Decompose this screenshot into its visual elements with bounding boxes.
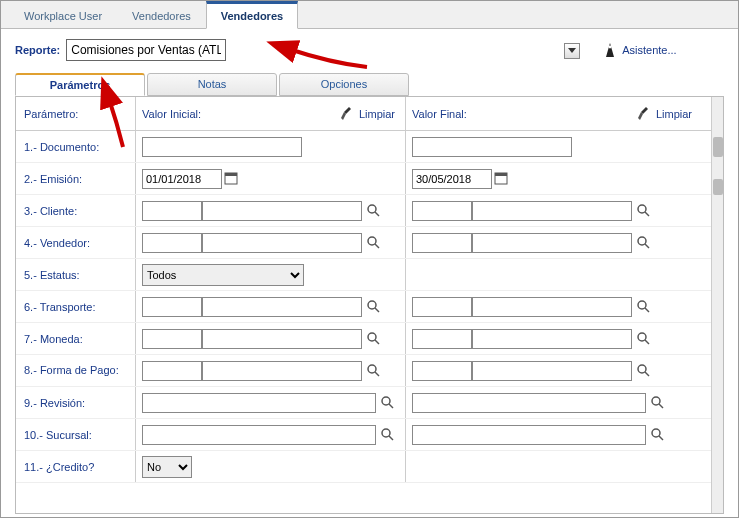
documento-final-input[interactable] bbox=[412, 137, 572, 157]
svg-line-30 bbox=[389, 436, 393, 440]
tab-vendedores-2[interactable]: Vendedores bbox=[206, 1, 298, 29]
tab-parametros[interactable]: Parámetros bbox=[15, 73, 145, 96]
search-icon[interactable] bbox=[636, 299, 652, 315]
row-sucursal: 10.- Sucursal: bbox=[16, 419, 723, 451]
transporte-inicial-desc[interactable] bbox=[202, 297, 362, 317]
label-credito: 11.- ¿Credito? bbox=[16, 451, 136, 482]
header-parametro: Parámetro: bbox=[16, 97, 136, 130]
row-emision: 2.- Emisión: bbox=[16, 163, 723, 195]
row-revision: 9.- Revisión: bbox=[16, 387, 723, 419]
svg-rect-4 bbox=[495, 173, 507, 176]
wizard-icon bbox=[602, 42, 618, 58]
svg-line-18 bbox=[375, 340, 379, 344]
emision-final-input[interactable] bbox=[412, 169, 492, 189]
cliente-final-code[interactable] bbox=[412, 201, 472, 221]
transporte-final-desc[interactable] bbox=[472, 297, 632, 317]
calendar-icon[interactable] bbox=[494, 171, 510, 187]
documento-inicial-input[interactable] bbox=[142, 137, 302, 157]
cliente-inicial-code[interactable] bbox=[142, 201, 202, 221]
emision-inicial-input[interactable] bbox=[142, 169, 222, 189]
svg-point-9 bbox=[368, 237, 376, 245]
label-revision: 9.- Revisión: bbox=[16, 387, 136, 418]
vendedor-inicial-desc[interactable] bbox=[202, 233, 362, 253]
search-icon[interactable] bbox=[366, 203, 382, 219]
search-icon[interactable] bbox=[366, 331, 382, 347]
forma-pago-inicial-desc[interactable] bbox=[202, 361, 362, 381]
forma-pago-final-desc[interactable] bbox=[472, 361, 632, 381]
label-documento: 1.- Documento: bbox=[16, 131, 136, 162]
tab-vendedores-1[interactable]: Vendedores bbox=[117, 3, 206, 28]
svg-line-6 bbox=[375, 212, 379, 216]
moneda-final-desc[interactable] bbox=[472, 329, 632, 349]
svg-point-25 bbox=[382, 397, 390, 405]
svg-line-28 bbox=[659, 404, 663, 408]
cliente-final-desc[interactable] bbox=[472, 201, 632, 221]
cliente-inicial-desc[interactable] bbox=[202, 201, 362, 221]
svg-line-12 bbox=[645, 244, 649, 248]
transporte-inicial-code[interactable] bbox=[142, 297, 202, 317]
svg-point-5 bbox=[368, 205, 376, 213]
search-icon[interactable] bbox=[650, 427, 666, 443]
label-forma-pago: 8.- Forma de Pago: bbox=[16, 355, 136, 386]
svg-line-14 bbox=[375, 308, 379, 312]
search-icon[interactable] bbox=[380, 395, 396, 411]
estatus-select[interactable]: Todos bbox=[142, 264, 304, 286]
sub-tabs: Parámetros Notas Opciones bbox=[1, 73, 738, 96]
search-icon[interactable] bbox=[366, 363, 382, 379]
limpiar-label: Limpiar bbox=[359, 108, 395, 120]
revision-final-input[interactable] bbox=[412, 393, 646, 413]
moneda-final-code[interactable] bbox=[412, 329, 472, 349]
tab-workplace-user[interactable]: Workplace User bbox=[9, 3, 117, 28]
calendar-icon[interactable] bbox=[224, 171, 240, 187]
scroll-thumb[interactable] bbox=[713, 179, 723, 195]
svg-line-24 bbox=[645, 372, 649, 376]
row-cliente: 3.- Cliente: bbox=[16, 195, 723, 227]
label-vendedor: 4.- Vendedor: bbox=[16, 227, 136, 258]
transporte-final-code[interactable] bbox=[412, 297, 472, 317]
row-forma-pago: 8.- Forma de Pago: bbox=[16, 355, 723, 387]
label-moneda: 7.- Moneda: bbox=[16, 323, 136, 354]
svg-point-31 bbox=[652, 429, 660, 437]
limpiar-final-button[interactable]: Limpiar bbox=[637, 106, 692, 122]
report-select[interactable] bbox=[66, 39, 226, 61]
search-icon[interactable] bbox=[650, 395, 666, 411]
search-icon[interactable] bbox=[636, 363, 652, 379]
vendedor-final-desc[interactable] bbox=[472, 233, 632, 253]
search-icon[interactable] bbox=[636, 203, 652, 219]
vendedor-inicial-code[interactable] bbox=[142, 233, 202, 253]
svg-point-23 bbox=[638, 365, 646, 373]
svg-line-32 bbox=[659, 436, 663, 440]
label-emision: 2.- Emisión: bbox=[16, 163, 136, 194]
limpiar-inicial-button[interactable]: Limpiar bbox=[340, 106, 395, 122]
vendedor-final-code[interactable] bbox=[412, 233, 472, 253]
broom-icon bbox=[340, 106, 356, 122]
valor-final-label: Valor Final: bbox=[412, 108, 637, 120]
search-icon[interactable] bbox=[636, 235, 652, 251]
report-label: Reporte: bbox=[15, 44, 60, 56]
moneda-inicial-code[interactable] bbox=[142, 329, 202, 349]
sucursal-final-input[interactable] bbox=[412, 425, 646, 445]
tab-opciones[interactable]: Opciones bbox=[279, 73, 409, 96]
sucursal-inicial-input[interactable] bbox=[142, 425, 376, 445]
scrollbar[interactable] bbox=[711, 97, 723, 513]
row-moneda: 7.- Moneda: bbox=[16, 323, 723, 355]
moneda-inicial-desc[interactable] bbox=[202, 329, 362, 349]
limpiar-label: Limpiar bbox=[656, 108, 692, 120]
credito-select[interactable]: No bbox=[142, 456, 192, 478]
search-icon[interactable] bbox=[380, 427, 396, 443]
label-sucursal: 10.- Sucursal: bbox=[16, 419, 136, 450]
tab-notas[interactable]: Notas bbox=[147, 73, 277, 96]
header-valor-final: Valor Final: Limpiar bbox=[406, 97, 702, 130]
label-cliente: 3.- Cliente: bbox=[16, 195, 136, 226]
revision-inicial-input[interactable] bbox=[142, 393, 376, 413]
forma-pago-inicial-code[interactable] bbox=[142, 361, 202, 381]
search-icon[interactable] bbox=[366, 299, 382, 315]
scroll-thumb[interactable] bbox=[713, 137, 723, 157]
svg-point-13 bbox=[368, 301, 376, 309]
asistente-link[interactable]: Asistente... bbox=[602, 42, 676, 58]
row-credito: 11.- ¿Credito? No bbox=[16, 451, 723, 483]
forma-pago-final-code[interactable] bbox=[412, 361, 472, 381]
search-icon[interactable] bbox=[366, 235, 382, 251]
search-icon[interactable] bbox=[636, 331, 652, 347]
label-transporte: 6.- Transporte: bbox=[16, 291, 136, 322]
